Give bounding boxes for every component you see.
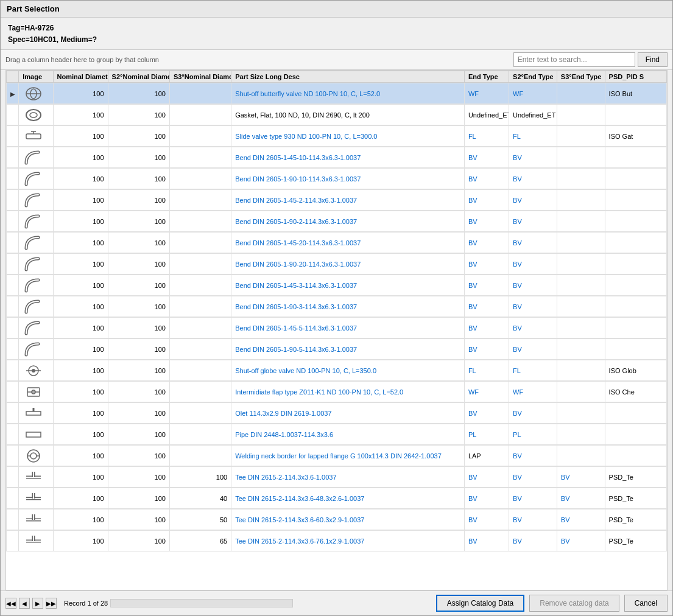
part-image-cell [19, 446, 53, 466]
s3nd-value [169, 211, 231, 232]
s2-end-type-link: PL [513, 431, 521, 438]
psd-value: ISO Che [605, 382, 666, 402]
table-row[interactable]: 100100Bend DIN 2605-1-45-20-114.3x6.3-1.… [6, 232, 667, 253]
part-image-cell [19, 339, 53, 360]
part-image-cell [19, 105, 53, 125]
psd-value [605, 254, 666, 275]
table-row[interactable]: 100100Bend DIN 2605-1-90-5-114.3x6.3-1.0… [6, 338, 667, 360]
psd-value [605, 296, 666, 317]
s2-end-type: BV [509, 509, 557, 530]
table-row[interactable]: 10010065Tee DIN 2615-2-114.3x3.6-76.1x2.… [6, 530, 667, 551]
part-desc-link: Bend DIN 2605-1-90-10-114.3x6.3-1.0037 [235, 175, 361, 183]
first-page-button[interactable]: ◀◀ [5, 598, 16, 609]
table-row[interactable]: 100100Pipe DIN 2448-1.0037-114.3x3.6PLPL [6, 424, 667, 445]
table-row[interactable]: ▶100100Shut-off butterfly valve ND 100-P… [6, 83, 667, 104]
col-header-s2nd[interactable]: S2°Nominal Diameter [108, 71, 169, 83]
end-type: BV [464, 233, 509, 253]
col-header-desc[interactable]: Part Size Long Desc [231, 71, 465, 83]
part-image [23, 383, 44, 401]
table-row[interactable]: 10010040Tee DIN 2615-2-114.3x3.6-48.3x2.… [6, 488, 667, 509]
table-scroll[interactable]: Image Nominal Diameter S2°Nominal Diamet… [6, 71, 667, 590]
table-row[interactable]: 100100Bend DIN 2605-1-90-2-114.3x6.3-1.0… [6, 211, 667, 232]
table-row[interactable]: 100100Gasket, Flat, 100 ND, 10, DIN 2690… [6, 104, 667, 125]
s2-end-type-link: FL [513, 133, 521, 140]
part-desc: Bend DIN 2605-1-45-10-114.3x6.3-1.0037 [231, 147, 465, 168]
col-header-image[interactable]: Image [19, 71, 53, 83]
search-input[interactable] [513, 52, 635, 67]
table-row[interactable]: 100100Slide valve type 930 ND 100-PN 10,… [6, 125, 667, 147]
nd-value: 100 [53, 318, 108, 338]
nd-value: 100 [53, 488, 108, 509]
s2-end-type-link: WF [513, 90, 523, 97]
table-row[interactable]: 100100Welding neck border for lapped fla… [6, 445, 667, 466]
find-button[interactable]: Find [638, 52, 668, 67]
table-row[interactable]: 100100Olet 114.3x2.9 DIN 2619-1.0037BVBV [6, 402, 667, 424]
part-desc: Bend DIN 2605-1-45-2-114.3x6.3-1.0037 [231, 190, 465, 211]
part-image-cell [19, 424, 53, 445]
table-row[interactable]: 100100Bend DIN 2605-1-90-20-114.3x6.3-1.… [6, 253, 667, 275]
col-header-et[interactable]: End Type [464, 71, 509, 83]
table-row[interactable]: 100100Bend DIN 2605-1-45-10-114.3x6.3-1.… [6, 147, 667, 168]
end-type-link: BV [468, 197, 477, 204]
nd-value: 100 [53, 339, 108, 360]
s2-end-type: WF [509, 83, 557, 104]
part-desc-link: Bend DIN 2605-1-90-3-114.3x6.3-1.0037 [235, 303, 357, 310]
col-header-s2et[interactable]: S2°End Type [509, 71, 557, 83]
part-image-cell [19, 296, 53, 317]
s2-end-type: BV [509, 318, 557, 338]
part-desc-link: Shut-off butterfly valve ND 100-PN 10, C… [235, 90, 380, 97]
prev-page-button[interactable]: ◀ [19, 598, 30, 609]
part-image [23, 213, 44, 230]
cancel-button[interactable]: Cancel [624, 595, 668, 612]
last-page-button[interactable]: ▶▶ [46, 598, 57, 609]
s3-end-type [557, 169, 605, 189]
s3-end-type-link: BV [561, 474, 570, 481]
table-row[interactable]: 100100Bend DIN 2605-1-45-3-114.3x6.3-1.0… [6, 275, 667, 296]
row-arrow [7, 382, 19, 402]
table-row[interactable]: 100100Shut-off globe valve ND 100-PN 10,… [6, 360, 667, 381]
col-header-nd[interactable]: Nominal Diameter [53, 71, 108, 83]
title-bar: Part Selection [1, 1, 672, 18]
row-arrow [7, 233, 19, 253]
s2-end-type: BV [509, 339, 557, 360]
horizontal-scrollbar[interactable] [110, 599, 293, 607]
s2nd-value: 100 [108, 83, 169, 104]
s2-end-type: Undefined_ET [509, 105, 557, 125]
table-row[interactable]: 10010050Tee DIN 2615-2-114.3x3.6-60.3x2.… [6, 509, 667, 530]
psd-value [605, 105, 666, 125]
part-image-cell [19, 531, 53, 551]
part-image-cell [19, 83, 53, 104]
part-desc-link: Pipe DIN 2448-1.0037-114.3x3.6 [235, 431, 333, 438]
part-image-cell [19, 467, 53, 488]
table-row[interactable]: 100100Intermidiate flap type Z011-K1 ND … [6, 381, 667, 402]
part-image-cell [19, 360, 53, 381]
table-row[interactable]: 100100Bend DIN 2605-1-45-2-114.3x6.3-1.0… [6, 189, 667, 211]
s3nd-value [169, 339, 231, 360]
table-row[interactable]: 100100Bend DIN 2605-1-90-10-114.3x6.3-1.… [6, 168, 667, 189]
part-image-cell [19, 254, 53, 275]
col-header-psd[interactable]: PSD_PID S [605, 71, 666, 83]
s3nd-value [169, 446, 231, 466]
col-header-s3et[interactable]: S3°End Type [557, 71, 605, 83]
tag-label: Tag=HA-9726 [8, 23, 665, 34]
s3nd-value [169, 169, 231, 189]
svg-rect-16 [26, 432, 41, 437]
part-desc: Pipe DIN 2448-1.0037-114.3x3.6 [231, 424, 465, 445]
col-header-arrow[interactable] [7, 71, 19, 83]
s3-end-type: BV [557, 531, 605, 551]
nd-value: 100 [53, 275, 108, 296]
s2nd-value: 100 [108, 531, 169, 551]
col-header-s3nd[interactable]: S3°Nominal Diameter [169, 71, 231, 83]
assign-catalog-button[interactable]: Assign Catalog Data [436, 595, 524, 612]
table-row[interactable]: 100100Bend DIN 2605-1-90-3-114.3x6.3-1.0… [6, 296, 667, 317]
part-image-cell [19, 211, 53, 232]
s2-end-type-link: BV [513, 261, 522, 268]
nd-value: 100 [53, 382, 108, 402]
next-page-button[interactable]: ▶ [32, 598, 43, 609]
table-row[interactable]: 100100Bend DIN 2605-1-45-5-114.3x6.3-1.0… [6, 317, 667, 338]
s2-end-type-link: BV [513, 324, 522, 332]
end-type-link: BV [468, 154, 477, 161]
part-desc-link: Slide valve type 930 ND 100-PN 10, C, L=… [235, 133, 377, 140]
psd-value [605, 233, 666, 253]
table-row[interactable]: 100100100Tee DIN 2615-2-114.3x3.6-1.0037… [6, 466, 667, 488]
